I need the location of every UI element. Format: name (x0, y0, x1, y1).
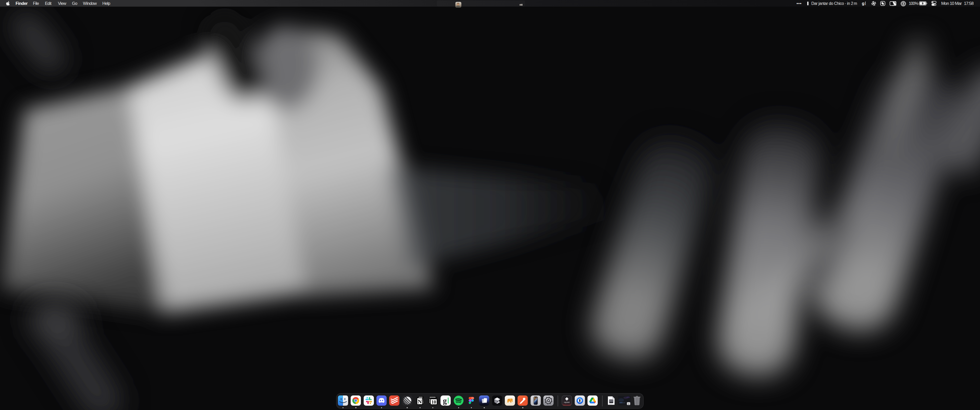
svg-text:11: 11 (628, 403, 629, 405)
svg-text:g: g (443, 396, 447, 405)
svg-text:raycast: raycast (564, 401, 570, 403)
svg-text:N: N (418, 398, 422, 404)
svg-text:10: 10 (431, 399, 436, 405)
